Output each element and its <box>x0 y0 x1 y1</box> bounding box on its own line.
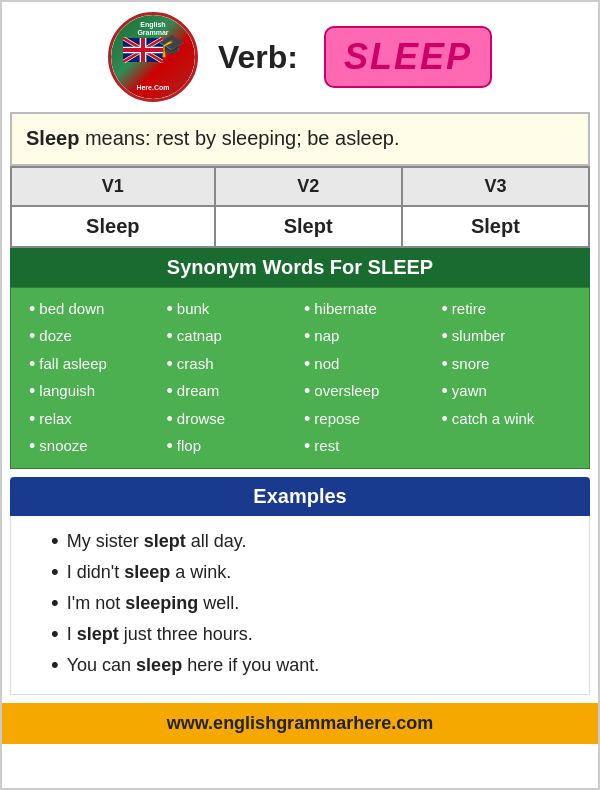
list-item: •retire <box>442 298 572 321</box>
example-item-2: • I didn't sleep a wink. <box>51 557 569 588</box>
synonym-col-1: •bed down •doze •fall asleep •languish •… <box>25 298 163 458</box>
ex4-bold: slept <box>77 624 119 644</box>
ex4-suffix: just three hours. <box>119 624 253 644</box>
v3-value: Slept <box>402 206 589 247</box>
sleep-badge: SLEEP <box>324 26 492 88</box>
list-item: •repose <box>304 408 434 431</box>
synonym-col-3: •hibernate •nap •nod •oversleep •repose … <box>300 298 438 458</box>
example-item-5: • You can sleep here if you want. <box>51 650 569 681</box>
footer-url: www.englishgrammarhere.com <box>167 713 433 733</box>
ex1-bold: slept <box>144 531 186 551</box>
list-item: •slumber <box>442 325 572 348</box>
synonym-header: Synonym Words For SLEEP <box>10 248 590 287</box>
list-item: •rest <box>304 435 434 458</box>
synonym-col-2: •bunk •catnap •crash •dream •drowse •flo… <box>163 298 301 458</box>
ex5-bold: sleep <box>136 655 182 675</box>
list-item: •drowse <box>167 408 297 431</box>
graduation-hat-icon: 🎓 <box>158 33 185 59</box>
list-item: •crash <box>167 353 297 376</box>
synonym-col-4: •retire •slumber •snore •yawn •catch a w… <box>438 298 576 458</box>
verb-forms-table: V1 V2 V3 Sleep Slept Slept <box>10 166 590 248</box>
list-item: •catch a wink <box>442 408 572 431</box>
v1-header: V1 <box>11 167 215 206</box>
ex5-prefix: You can <box>67 655 136 675</box>
list-item: •languish <box>29 380 159 403</box>
ex4-prefix: I <box>67 624 77 644</box>
definition-bold-word: Sleep <box>26 127 79 149</box>
ex1-prefix: My sister <box>67 531 144 551</box>
examples-header-text: Examples <box>253 485 346 507</box>
ex3-bold: sleeping <box>125 593 198 613</box>
ex2-prefix: I didn't <box>67 562 124 582</box>
synonym-title-prefix: Synonym Words For <box>167 256 368 278</box>
ex5-suffix: here if you want. <box>182 655 319 675</box>
definition-rest: means: rest by sleeping; be asleep. <box>79 127 399 149</box>
example-item-3: • I'm not sleeping well. <box>51 588 569 619</box>
v1-value: Sleep <box>11 206 215 247</box>
list-item: •bed down <box>29 298 159 321</box>
header-section: EnglishGrammar 🎓 Here.Com Verb: SLEEP <box>2 2 598 112</box>
ex2-bold: sleep <box>124 562 170 582</box>
list-item: •yawn <box>442 380 572 403</box>
list-item: •dream <box>167 380 297 403</box>
list-item: •nod <box>304 353 434 376</box>
footer: www.englishgrammarhere.com <box>2 703 598 744</box>
v2-value: Slept <box>215 206 402 247</box>
verb-label: Verb: <box>218 39 298 76</box>
examples-box: • My sister slept all day. • I didn't sl… <box>10 516 590 695</box>
list-item: •fall asleep <box>29 353 159 376</box>
list-item: •doze <box>29 325 159 348</box>
example-item-1: • My sister slept all day. <box>51 526 569 557</box>
uk-flag-icon <box>123 37 163 63</box>
example-item-4: • I slept just three hours. <box>51 619 569 650</box>
list-item: •snooze <box>29 435 159 458</box>
list-item: •flop <box>167 435 297 458</box>
list-item: •hibernate <box>304 298 434 321</box>
sleep-badge-text: SLEEP <box>344 36 472 77</box>
logo-bottom-text: Here.Com <box>111 84 195 91</box>
examples-header: Examples <box>10 477 590 516</box>
list-item: •oversleep <box>304 380 434 403</box>
ex2-suffix: a wink. <box>170 562 231 582</box>
ex3-prefix: I'm not <box>67 593 125 613</box>
definition-box: Sleep means: rest by sleeping; be asleep… <box>10 112 590 166</box>
v3-header: V3 <box>402 167 589 206</box>
list-item: •snore <box>442 353 572 376</box>
v2-header: V2 <box>215 167 402 206</box>
logo: EnglishGrammar 🎓 Here.Com <box>108 12 198 102</box>
list-item: •bunk <box>167 298 297 321</box>
ex3-suffix: well. <box>198 593 239 613</box>
synonym-title-bold: SLEEP <box>368 256 434 278</box>
list-item: •nap <box>304 325 434 348</box>
synonym-box: •bed down •doze •fall asleep •languish •… <box>10 287 590 469</box>
ex1-suffix: all day. <box>186 531 247 551</box>
list-item: •catnap <box>167 325 297 348</box>
list-item: •relax <box>29 408 159 431</box>
